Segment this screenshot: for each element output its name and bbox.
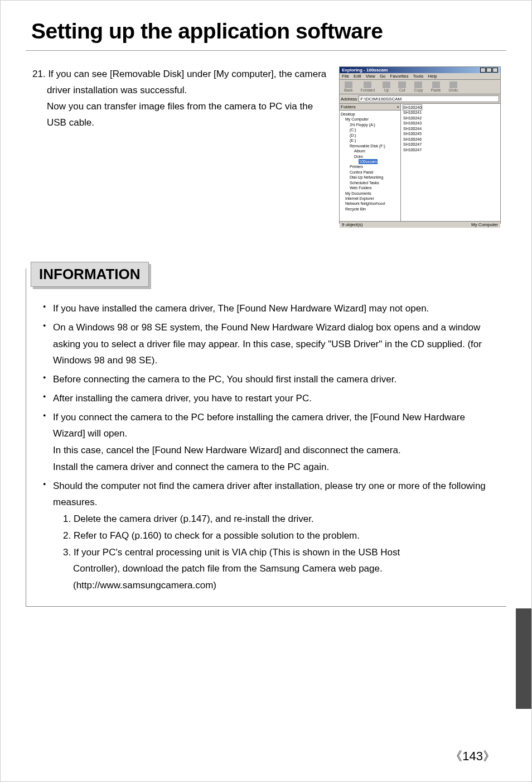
info-numbered-sub: Controller), download the patch file fro… xyxy=(53,560,495,577)
info-bullet: After installing the camera driver, you … xyxy=(43,390,495,407)
maximize-icon[interactable]: □ xyxy=(486,68,492,73)
info-bullet: Before connecting the camera to the PC, … xyxy=(43,371,495,388)
info-subline: Install the camera driver and connect th… xyxy=(53,459,495,476)
copy-button[interactable]: Copy xyxy=(410,81,426,93)
menu-help[interactable]: Help xyxy=(428,74,437,79)
paste-button[interactable]: Paste xyxy=(428,81,444,93)
status-right: My Computer xyxy=(471,222,498,227)
info-bullet: If you connect the camera to the PC befo… xyxy=(43,409,495,476)
tree-c[interactable]: (C:) xyxy=(341,127,399,132)
menu-tools[interactable]: Tools xyxy=(413,74,423,79)
copy-icon xyxy=(414,81,422,88)
tree-album[interactable]: Album xyxy=(341,148,399,153)
up-button[interactable]: Up xyxy=(379,81,394,93)
tree-webfolders[interactable]: Web Folders xyxy=(341,185,399,190)
file-list[interactable]: SH100240 SH100241 SH100242 SH100243 SH10… xyxy=(401,104,500,221)
file-item[interactable]: SH100243 xyxy=(403,121,498,126)
file-item[interactable]: SH100246 xyxy=(403,137,498,142)
cut-icon xyxy=(398,81,406,88)
folders-close-icon[interactable]: × xyxy=(396,104,399,109)
tree-scheduled[interactable]: Scheduled Tasks xyxy=(341,180,399,185)
up-icon xyxy=(383,81,390,88)
instruction-step: 21. If you can see [Removable Disk] unde… xyxy=(26,66,506,224)
info-bullet: On a Windows 98 or 98 SE system, the Fou… xyxy=(43,319,495,369)
forward-icon xyxy=(364,81,371,88)
address-input[interactable]: F:\DCIM\100SSCAM xyxy=(359,95,499,102)
explorer-screenshot: Exploring - 100sscam _ □ × File Edit Vie… xyxy=(339,66,501,224)
file-item[interactable]: SH100245 xyxy=(403,131,498,136)
info-numbered-sub: (http://www.samsungcamera.com) xyxy=(53,577,495,594)
address-label: Address xyxy=(341,97,357,102)
menu-edit[interactable]: Edit xyxy=(354,74,361,79)
info-numbered: 3. If your PC's central processing unit … xyxy=(53,544,495,561)
information-box: INFORMATION If you have installed the ca… xyxy=(26,268,506,607)
window-buttons: _ □ × xyxy=(480,68,498,73)
cut-button[interactable]: Cut xyxy=(395,81,409,93)
info-numbered: 2. Refer to FAQ (p.160) to check for a p… xyxy=(53,527,495,544)
toolbar: Back Forward Up Cut Copy Paste Undo xyxy=(340,80,500,94)
tree-mydocs[interactable]: My Documents xyxy=(341,191,399,196)
status-bar: 9 object(s) My Computer xyxy=(340,221,500,228)
tree-floppy[interactable]: 3½ Floppy (A:) xyxy=(341,122,399,127)
step-number: 21. xyxy=(32,69,46,79)
tree-network[interactable]: Network Neighborhood xyxy=(341,201,399,206)
back-icon xyxy=(345,81,352,88)
menu-file[interactable]: File xyxy=(342,74,349,79)
folder-tree[interactable]: Desktop My Computer 3½ Floppy (A:) (C:) … xyxy=(340,111,400,213)
tree-d[interactable]: (D:) xyxy=(341,133,399,138)
file-item[interactable]: SH100247 xyxy=(403,147,498,152)
status-left: 9 object(s) xyxy=(342,222,362,227)
tree-control[interactable]: Control Panel xyxy=(341,170,399,175)
folders-pane: Folders × Desktop My Computer 3½ Floppy … xyxy=(340,104,401,221)
page-number: 《143》 xyxy=(450,748,495,765)
tree-dialup[interactable]: Dial-Up Networking xyxy=(341,175,399,180)
close-icon[interactable]: × xyxy=(492,68,498,73)
address-bar: Address F:\DCIM\100SSCAM xyxy=(340,94,500,104)
tree-printers[interactable]: Printers xyxy=(341,164,399,169)
menu-view[interactable]: View xyxy=(366,74,375,79)
menu-go[interactable]: Go xyxy=(380,74,386,79)
window-titlebar: Exploring - 100sscam _ □ × xyxy=(340,67,500,73)
info-numbered: 1. Delete the camera driver (p.147), and… xyxy=(53,511,495,527)
tree-removable[interactable]: Removable Disk (F:) xyxy=(341,143,399,148)
tree-mycomputer[interactable]: My Computer xyxy=(341,117,399,122)
information-header: INFORMATION xyxy=(31,262,149,287)
minimize-icon[interactable]: _ xyxy=(480,68,486,73)
menu-bar: File Edit View Go Favorites Tools Help xyxy=(340,73,500,80)
file-item[interactable]: SH100240 xyxy=(403,105,422,110)
forward-button[interactable]: Forward xyxy=(357,81,379,93)
info-bullet: If you have installed the camera driver,… xyxy=(43,300,495,317)
tree-recycle[interactable]: Recycle Bin xyxy=(341,207,399,212)
folders-head-label: Folders xyxy=(341,104,356,109)
file-item[interactable]: SH100244 xyxy=(403,126,498,131)
step-text: 21. If you can see [Removable Disk] unde… xyxy=(26,66,328,224)
file-item[interactable]: SH100242 xyxy=(403,116,498,121)
info-bullet: Should the computer not find the camera … xyxy=(43,478,495,594)
step-line1: If you can see [Removable Disk] under [M… xyxy=(47,69,326,95)
undo-button[interactable]: Undo xyxy=(446,81,462,93)
tree-ie[interactable]: Internet Explorer xyxy=(341,196,399,201)
tree-dcim[interactable]: Dcim xyxy=(341,154,399,159)
paste-icon xyxy=(432,81,440,88)
step-line2: Now you can transfer image files from th… xyxy=(47,99,328,131)
tree-desktop[interactable]: Desktop xyxy=(341,112,399,117)
tree-sscam-selected[interactable]: 100sscam xyxy=(359,159,378,164)
info-subline: In this case, cancel the [Found New Hard… xyxy=(53,442,495,459)
menu-favorites[interactable]: Favorites xyxy=(390,74,409,79)
tree-e[interactable]: (E:) xyxy=(341,138,399,143)
back-button[interactable]: Back xyxy=(341,81,356,93)
file-item[interactable]: SH100241 xyxy=(403,110,498,115)
page-title: Setting up the application software xyxy=(26,15,506,51)
undo-icon xyxy=(449,81,457,88)
file-item[interactable]: SH100247 xyxy=(403,142,498,147)
side-tab xyxy=(516,608,531,709)
window-title: Exploring - 100sscam xyxy=(342,68,388,73)
